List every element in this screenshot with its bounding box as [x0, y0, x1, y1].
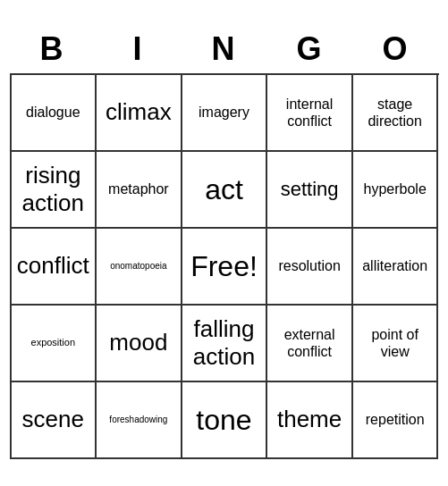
header-letter-N: N	[182, 27, 267, 73]
cell-text-18: external conflict	[271, 326, 348, 360]
bingo-cell-15: exposition	[12, 306, 97, 382]
cell-text-12: Free!	[190, 249, 258, 283]
bingo-cell-10: conflict	[12, 229, 97, 306]
cell-text-23: theme	[277, 406, 342, 433]
cell-text-6: metaphor	[108, 180, 169, 197]
bingo-cell-0: dialogue	[12, 75, 97, 152]
bingo-cell-18: external conflict	[267, 306, 353, 382]
bingo-cell-13: resolution	[267, 229, 353, 306]
cell-text-3: internal conflict	[271, 96, 348, 130]
bingo-cell-1: climax	[97, 75, 182, 152]
cell-text-4: stage direction	[357, 96, 434, 130]
bingo-cell-5: rising action	[12, 152, 97, 229]
bingo-cell-21: foreshadowing	[97, 382, 182, 459]
bingo-cell-3: internal conflict	[267, 75, 353, 152]
bingo-cell-11: onomatopoeia	[97, 229, 182, 306]
cell-text-17: falling action	[186, 315, 263, 371]
bingo-cell-7: act	[182, 152, 268, 229]
cell-text-24: repetition	[366, 411, 425, 428]
bingo-cell-12: Free!	[182, 229, 268, 306]
cell-text-13: resolution	[278, 257, 340, 274]
cell-text-7: act	[205, 172, 243, 206]
bingo-grid: dialogueclimaximageryinternal conflictst…	[10, 73, 439, 459]
cell-text-0: dialogue	[26, 104, 80, 121]
cell-text-22: tone	[196, 403, 251, 437]
cell-text-19: point of view	[357, 326, 434, 360]
bingo-cell-8: setting	[267, 152, 353, 229]
bingo-cell-17: falling action	[182, 306, 268, 382]
bingo-card: BINGO dialogueclimaximageryinternal conf…	[10, 27, 439, 459]
cell-text-11: onomatopoeia	[110, 261, 166, 272]
bingo-cell-2: imagery	[182, 75, 268, 152]
bingo-cell-23: theme	[267, 382, 353, 459]
cell-text-2: imagery	[199, 104, 249, 121]
cell-text-5: rising action	[15, 162, 92, 217]
bingo-cell-20: scene	[12, 382, 97, 459]
cell-text-16: mood	[109, 329, 167, 356]
cell-text-15: exposition	[31, 337, 76, 348]
bingo-cell-4: stage direction	[353, 75, 439, 152]
bingo-header: BINGO	[10, 27, 439, 73]
bingo-cell-24: repetition	[353, 382, 439, 459]
header-letter-B: B	[10, 27, 96, 73]
header-letter-I: I	[96, 27, 182, 73]
bingo-cell-9: hyperbole	[353, 152, 439, 229]
bingo-cell-14: alliteration	[353, 229, 439, 306]
header-letter-G: G	[267, 27, 353, 73]
cell-text-1: climax	[106, 98, 172, 126]
cell-text-10: conflict	[17, 252, 89, 280]
cell-text-14: alliteration	[362, 257, 427, 274]
bingo-cell-6: metaphor	[97, 152, 182, 229]
bingo-cell-19: point of view	[353, 306, 439, 382]
bingo-cell-16: mood	[97, 306, 182, 382]
cell-text-21: foreshadowing	[109, 415, 167, 425]
cell-text-20: scene	[22, 406, 84, 433]
bingo-cell-22: tone	[182, 382, 268, 459]
header-letter-O: O	[353, 27, 439, 73]
cell-text-8: setting	[281, 178, 339, 201]
cell-text-9: hyperbole	[364, 180, 427, 197]
